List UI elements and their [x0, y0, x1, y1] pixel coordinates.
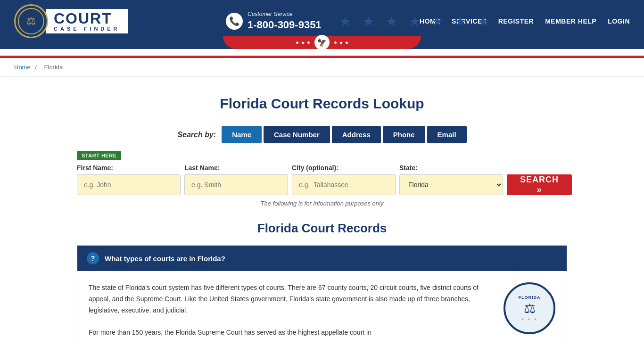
stars-banner: ★ ★ ★ 🦅 ★ ★ ★	[0, 42, 644, 56]
customer-service: 📞 Customer Service 1-800-309-9351	[226, 11, 322, 32]
tab-name[interactable]: Name	[222, 126, 262, 143]
state-label: State:	[399, 164, 503, 172]
city-label: City (optional):	[292, 164, 396, 172]
cs-phone: 1-800-309-9351	[248, 18, 322, 32]
info-note: The following is for information purpose…	[77, 200, 567, 207]
logo-icon: ⚖	[18, 8, 44, 34]
state-select[interactable]: Florida Alabama Georgia Texas California	[399, 174, 503, 195]
last-name-input[interactable]	[184, 174, 288, 195]
seal-icon: ⚖	[524, 301, 536, 316]
logo-court-text: COURT	[54, 11, 120, 26]
city-input[interactable]	[292, 174, 396, 195]
nav-register[interactable]: REGISTER	[498, 17, 534, 25]
phone-icon: 📞	[226, 13, 243, 30]
main-content: Florida Court Records Lookup Search by: …	[63, 77, 581, 360]
faq-item: ? What types of courts are in Florida? T…	[77, 245, 567, 350]
faq-question-icon: ?	[87, 252, 99, 264]
faq-header[interactable]: ? What types of courts are in Florida?	[77, 246, 567, 271]
nav-member-help[interactable]: MEMBER HELP	[545, 17, 596, 25]
faq-answer-p2: For more than 150 years, the Florida Sup…	[89, 327, 494, 338]
state-group: State: Florida Alabama Georgia Texas Cal…	[399, 164, 503, 195]
stars-banner-inner: ★ ★ ★ 🦅 ★ ★ ★	[223, 36, 421, 49]
faq-answer-p1: The state of Florida's court system has …	[89, 282, 494, 316]
tab-phone[interactable]: Phone	[383, 126, 425, 143]
breadcrumb-home[interactable]: Home	[14, 64, 31, 71]
first-name-input[interactable]	[77, 174, 181, 195]
tab-address[interactable]: Address	[332, 126, 381, 143]
eagle-icon: 🦅	[314, 35, 330, 50]
logo-area[interactable]: ⚖ COURT CASE FINDER	[14, 4, 128, 38]
seal-text-top: FLORIDA	[519, 295, 541, 300]
logo-text: COURT CASE FINDER	[46, 9, 128, 33]
seal-stars: ★ ★ ★	[521, 317, 537, 321]
nav-services[interactable]: SERVICES	[452, 17, 487, 25]
stars-left: ★ ★ ★	[295, 40, 311, 45]
breadcrumb-current: Florida	[44, 64, 63, 71]
faq-body-text: The state of Florida's court system has …	[89, 282, 494, 338]
search-form: First Name: Last Name: City (optional): …	[77, 164, 567, 195]
stars-right: ★ ★ ★	[333, 40, 349, 45]
faq-header-text: What types of courts are in Florida?	[105, 255, 225, 263]
logo-circle: ⚖	[14, 4, 48, 38]
first-name-group: First Name:	[77, 164, 181, 195]
tab-case-number[interactable]: Case Number	[264, 126, 330, 143]
search-by-row: Search by: Name Case Number Address Phon…	[77, 126, 567, 143]
nav-home[interactable]: HOME	[420, 17, 440, 25]
last-name-group: Last Name:	[184, 164, 288, 195]
breadcrumb: Home / Florida	[0, 58, 644, 77]
search-button[interactable]: SEARCH »	[507, 174, 572, 195]
tab-email[interactable]: Email	[427, 126, 467, 143]
page-title: Florida Court Records Lookup	[77, 96, 567, 112]
cs-label: Customer Service	[248, 11, 322, 18]
breadcrumb-separator: /	[35, 64, 38, 71]
faq-body: The state of Florida's court system has …	[77, 271, 567, 350]
main-nav: HOME SERVICES REGISTER MEMBER HELP LOGIN	[420, 17, 630, 25]
search-by-label: Search by:	[177, 131, 216, 139]
start-here-label: START HERE	[77, 151, 121, 160]
florida-seal: FLORIDA ⚖ ★ ★ ★	[504, 282, 555, 334]
cs-text: Customer Service 1-800-309-9351	[248, 11, 322, 32]
start-here-badge: START HERE	[77, 151, 567, 164]
city-group: City (optional):	[292, 164, 396, 195]
section-title: Florida Court Records	[77, 221, 567, 236]
last-name-label: Last Name:	[184, 164, 288, 172]
logo-sub-text: CASE FINDER	[54, 26, 120, 32]
nav-login[interactable]: LOGIN	[608, 17, 630, 25]
first-name-label: First Name:	[77, 164, 181, 172]
